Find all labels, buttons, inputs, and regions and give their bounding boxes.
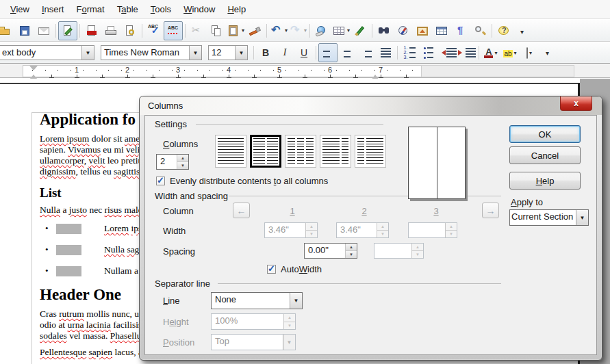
- overflow-button[interactable]: [539, 43, 558, 62]
- preset-one-column[interactable]: [215, 135, 246, 168]
- align-right-button[interactable]: [357, 43, 376, 62]
- overflow-button[interactable]: [513, 21, 533, 40]
- chevron-down-icon[interactable]: ▼: [235, 46, 247, 60]
- navigator-button[interactable]: [394, 21, 413, 40]
- menu-insert[interactable]: Insert: [36, 1, 71, 18]
- indent-decrease-button[interactable]: [438, 43, 457, 62]
- table-button[interactable]: ▾: [331, 21, 351, 40]
- align-justify-icon: [381, 48, 391, 57]
- spacing-value-1[interactable]: 0.00": [305, 244, 345, 258]
- email-button[interactable]: [34, 21, 53, 40]
- italic-button[interactable]: I: [275, 43, 294, 62]
- image-placeholder[interactable]: [56, 224, 81, 234]
- auto-spellcheck-button[interactable]: [164, 21, 183, 40]
- numbering-button[interactable]: 1. 2. 3.: [400, 43, 419, 62]
- help-button[interactable]: [494, 21, 513, 40]
- preset-three-column[interactable]: [285, 135, 316, 168]
- next-column-button[interactable]: →: [482, 203, 499, 218]
- height-field: 100% ▲▼: [211, 313, 296, 330]
- chevron-down-icon[interactable]: ▼: [576, 210, 588, 225]
- width-spacing-legend: Width and spacing: [155, 191, 228, 201]
- page-preview-button[interactable]: [120, 21, 140, 40]
- open-button[interactable]: [0, 21, 15, 40]
- ok-button[interactable]: OK: [509, 125, 581, 143]
- dialog-title-bar[interactable]: Columns: [140, 96, 602, 115]
- menu-help[interactable]: Help: [221, 1, 252, 18]
- spinner-buttons[interactable]: ▲▼: [177, 155, 188, 169]
- dropdown-arrow-icon[interactable]: ▾: [285, 27, 288, 34]
- spin-up-icon: ▲: [177, 155, 188, 162]
- align-justify-button[interactable]: [376, 43, 395, 62]
- apply-to-dropdown[interactable]: Current Section ▼: [509, 209, 589, 226]
- dropdown-arrow-icon[interactable]: ▾: [494, 50, 497, 56]
- paste-button[interactable]: ▾: [226, 21, 245, 40]
- menu-format[interactable]: Format: [70, 1, 110, 18]
- chevron-down-icon[interactable]: ▼: [81, 46, 94, 60]
- menu-tools[interactable]: Tools: [144, 1, 177, 18]
- font-name-combo[interactable]: Times New Roman ▼: [101, 45, 202, 60]
- chevron-down-icon[interactable]: ▼: [189, 46, 201, 60]
- tab-stop-marker: [303, 74, 307, 78]
- position-label: Position: [163, 337, 194, 348]
- underline-icon: U: [298, 47, 309, 58]
- dropdown-arrow-icon[interactable]: ▾: [347, 27, 350, 34]
- spacing-field-1[interactable]: 0.00" ▲▼: [304, 243, 357, 259]
- format-paintbrush-button[interactable]: [245, 21, 264, 40]
- bullets-button[interactable]: [419, 43, 438, 62]
- paragraph-style-combo[interactable]: ext body ▼: [0, 45, 94, 60]
- spellcheck-button[interactable]: [144, 21, 164, 40]
- evenly-distribute-checkbox[interactable]: [156, 177, 165, 185]
- menu-table[interactable]: Table: [111, 1, 144, 18]
- indent-increase-button[interactable]: [457, 43, 476, 62]
- menu-view[interactable]: View: [4, 1, 36, 18]
- background-color-button[interactable]: ▾: [520, 43, 539, 62]
- apply-to-value[interactable]: Current Section: [510, 210, 576, 225]
- autowidth-checkbox[interactable]: [267, 265, 276, 274]
- line-style-dropdown[interactable]: None ▼: [211, 292, 303, 309]
- export-pdf-button[interactable]: [82, 21, 101, 40]
- underline-button[interactable]: U: [294, 43, 314, 62]
- paragraph-style-value[interactable]: ext body: [0, 46, 81, 60]
- align-left-button[interactable]: [318, 43, 338, 62]
- columns-count-value[interactable]: 2: [157, 155, 177, 169]
- font-color-button[interactable]: A▾: [481, 43, 500, 62]
- edit-file-button[interactable]: [58, 21, 77, 40]
- data-sources-button[interactable]: [432, 21, 451, 40]
- find-replace-button[interactable]: [374, 21, 394, 40]
- align-center-button[interactable]: [338, 43, 357, 62]
- image-placeholder[interactable]: [56, 245, 81, 255]
- font-size-combo[interactable]: 12 ▼: [208, 45, 248, 60]
- formatting-marks-button[interactable]: [451, 21, 470, 40]
- line-style-value[interactable]: None: [212, 293, 290, 309]
- preset-left-column[interactable]: [320, 135, 351, 168]
- dropdown-arrow-icon[interactable]: ▾: [529, 50, 532, 56]
- bold-button[interactable]: B: [256, 43, 275, 62]
- gallery-button[interactable]: [413, 21, 432, 40]
- horizontal-ruler[interactable]: 1234567: [0, 64, 610, 78]
- preset-two-column-selected[interactable]: [250, 135, 281, 168]
- cancel-button[interactable]: Cancel: [509, 146, 581, 164]
- font-name-value[interactable]: Times New Roman: [101, 46, 189, 60]
- hyperlink-button[interactable]: [312, 21, 331, 40]
- dropdown-arrow-icon[interactable]: ▾: [304, 27, 307, 34]
- draw-functions-button[interactable]: [351, 21, 370, 40]
- column-row-label: Column: [163, 206, 194, 216]
- print-button[interactable]: [101, 21, 120, 40]
- copy-button[interactable]: [207, 21, 226, 40]
- close-button[interactable]: x: [560, 96, 592, 111]
- dropdown-arrow-icon[interactable]: ▾: [242, 27, 244, 34]
- undo-button[interactable]: ▾: [269, 21, 288, 40]
- save-button[interactable]: [15, 21, 34, 40]
- chevron-down-icon[interactable]: ▼: [290, 293, 302, 309]
- help-button[interactable]: Help: [509, 172, 581, 190]
- menu-window[interactable]: Window: [177, 1, 221, 18]
- columns-count-spinner[interactable]: 2 ▲▼: [156, 154, 189, 170]
- image-placeholder[interactable]: [56, 266, 81, 276]
- bullet-glyph: •: [45, 265, 52, 276]
- preset-right-column[interactable]: [355, 135, 386, 168]
- dropdown-arrow-icon[interactable]: ▾: [514, 50, 517, 56]
- previous-column-button[interactable]: ←: [233, 203, 250, 218]
- highlighting-button[interactable]: ab▾: [500, 43, 520, 62]
- font-size-value[interactable]: 12: [209, 46, 235, 60]
- zoom-button[interactable]: [470, 21, 490, 40]
